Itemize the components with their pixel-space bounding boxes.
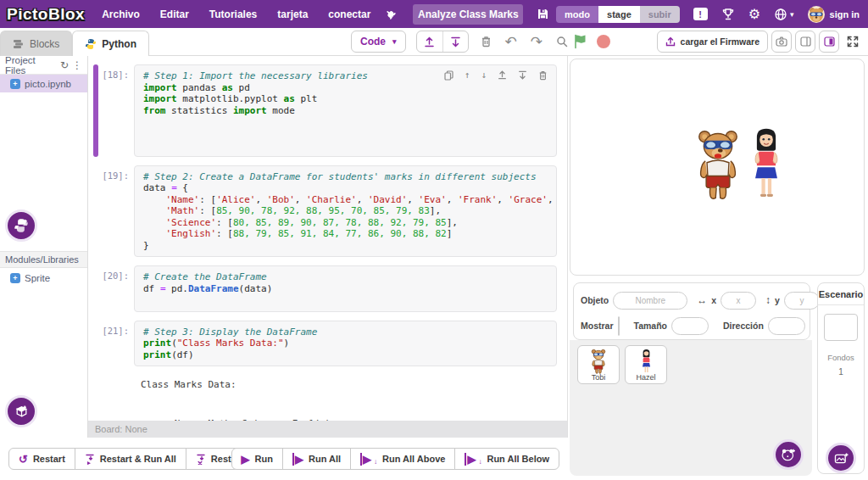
x-position-input[interactable] [721, 292, 756, 310]
mode-stage-button[interactable]: stage [598, 6, 640, 23]
kebab-menu-icon[interactable]: ⋮ [70, 59, 84, 71]
stage-sprite-hazel[interactable] [750, 126, 782, 201]
menu-conectar[interactable]: conectar [328, 8, 370, 20]
y-label: y [775, 295, 780, 305]
save-icon[interactable] [537, 8, 549, 20]
insert-cell-above-icon[interactable] [498, 70, 507, 80]
cell-actions-toolbar: ↑ ↓ [444, 70, 548, 81]
x-label: x [711, 295, 716, 305]
size-input[interactable] [671, 317, 709, 335]
pictoblox-logo[interactable]: PictoBlox [7, 5, 85, 24]
fondos-count: 1 [818, 367, 864, 377]
code-line: # Create the DataFrame [143, 271, 548, 283]
file-item-picto-ipynb[interactable]: + picto.ipynb [0, 75, 87, 92]
code-line: # Step 2: Create a DataFrame for student… [143, 171, 548, 183]
green-flag-icon[interactable] [573, 34, 588, 49]
restart-button[interactable]: ↺ Restart [8, 448, 75, 470]
search-icon[interactable] [554, 36, 570, 47]
cell-code-editor[interactable]: # Create the DataFramedf = pd.DataFrame(… [134, 265, 557, 312]
tab-python[interactable]: Python [72, 31, 149, 56]
run-all-above-button[interactable]: ▶↓ Run All Above [350, 448, 455, 470]
tab-blocks[interactable]: Blocks [0, 31, 72, 56]
add-module-button[interactable] [5, 395, 37, 427]
notebook-cell[interactable]: [18]:# Step 1: Import the necessary libr… [95, 64, 557, 157]
project-name-field[interactable]: Analyze Class Marks [413, 4, 523, 25]
stop-button[interactable] [597, 35, 610, 48]
add-python-file-button[interactable] [5, 209, 37, 242]
run-all-below-icon: ▶ [465, 453, 476, 466]
move-cell-up-icon[interactable]: ↑ [465, 70, 470, 81]
visibility-toggle [618, 316, 620, 336]
add-backdrop-button[interactable] [826, 443, 856, 473]
notebook-cell[interactable]: [20]:# Create the DataFramedf = pd.DataF… [95, 265, 557, 312]
notebook-cell[interactable]: [19]:# Step 2: Create a DataFrame for st… [95, 165, 557, 258]
user-avatar[interactable] [808, 6, 825, 23]
settings-gear-icon[interactable]: ⚙ [748, 6, 760, 22]
restart-run-all-button[interactable]: Restart & Run All [75, 448, 186, 470]
sprite-card-tobi[interactable]: Tobi [577, 345, 620, 384]
stage-canvas[interactable] [570, 59, 865, 276]
camera-icon[interactable] [771, 31, 792, 53]
y-position-input[interactable] [784, 292, 820, 310]
mode-upload-button[interactable]: subir [640, 6, 680, 23]
notebook-cell[interactable]: [21]:# Step 3: Display the DataFrameprin… [95, 321, 557, 367]
show-eye-icon[interactable] [619, 317, 620, 335]
code-line: 'Name': ['Alice', 'Bob', 'Charlie', 'Dav… [143, 194, 548, 206]
panel-layout-icon[interactable] [795, 31, 815, 53]
stage-sprite-tobi[interactable] [694, 128, 742, 203]
notebook-file-icon: + [10, 79, 20, 89]
add-sprite-button[interactable] [773, 439, 804, 470]
upload-code-icon[interactable] [417, 31, 442, 52]
run-icon: ▶ [242, 453, 250, 466]
feedback-icon[interactable]: ! [693, 8, 708, 20]
modules-libraries-header: Modules/Libraries [0, 251, 87, 268]
file-sidebar: Project Files ↻ ⋮ + picto.ipynb Modules/… [0, 56, 88, 438]
sign-in-button[interactable]: sign in [830, 9, 860, 20]
globe-caret-icon[interactable]: ▾ [790, 10, 794, 19]
code-line: # Step 3: Display the DataFrame [143, 327, 548, 338]
connect-plug-icon[interactable] [384, 8, 398, 21]
menu-editar[interactable]: Editar [160, 8, 189, 20]
code-line: } [143, 240, 548, 252]
download-code-icon[interactable] [442, 31, 468, 52]
module-item-sprite[interactable]: + Sprite [0, 269, 87, 287]
sprite-card-hazel[interactable]: Hazel [625, 345, 667, 384]
language-globe-icon[interactable] [774, 8, 787, 21]
split-layout-icon[interactable] [819, 31, 839, 53]
tobi-thumbnail [590, 349, 607, 375]
run-all-icon: ▶ [292, 453, 303, 466]
run-button[interactable]: ▶ Run [231, 448, 283, 470]
code-mode-dropdown[interactable]: Code ▾ [351, 31, 406, 53]
cell-code-editor[interactable]: # Step 3: Display the DataFrameprint("Cl… [134, 321, 557, 367]
code-line: 'Math': [85, 90, 78, 92, 88, 95, 70, 85,… [143, 205, 548, 217]
menu-tutoriales[interactable]: Tutoriales [209, 8, 257, 20]
menu-archivo[interactable]: Archivo [102, 8, 140, 20]
run-all-button[interactable]: ▶ Run All [282, 448, 351, 470]
cell-code-editor[interactable]: # Step 2: Create a DataFrame for student… [134, 165, 557, 258]
refresh-icon[interactable]: ↻ [58, 59, 70, 71]
insert-cell-below-icon[interactable] [518, 70, 527, 80]
copy-cell-icon[interactable] [444, 70, 453, 81]
cell-code-editor[interactable]: # Step 1: Import the necessary libraries… [134, 64, 557, 157]
move-cell-down-icon[interactable]: ↓ [481, 70, 487, 81]
menu-tarjeta[interactable]: tarjeta [277, 8, 308, 20]
upload-firmware-button[interactable]: cargar el Firmware [657, 31, 768, 53]
x-axis-icon: ↔ [697, 294, 707, 306]
restart-clear-output-icon [196, 454, 206, 465]
code-transfer-group [416, 31, 469, 53]
undo-icon[interactable]: ↶ [504, 33, 519, 51]
delete-cell-icon[interactable] [538, 70, 548, 81]
backdrop-thumbnail[interactable] [824, 314, 858, 341]
run-all-below-button[interactable]: ▶↓ Run All Below [454, 448, 559, 470]
editor-tabs: Blocks Python [0, 31, 149, 56]
notebook-cells: [18]:# Step 1: Import the necessary libr… [88, 56, 567, 421]
fullscreen-icon[interactable] [843, 31, 863, 53]
code-line: print(df) [143, 349, 548, 361]
delete-icon[interactable] [479, 36, 493, 47]
redo-icon[interactable]: ↷ [529, 33, 544, 51]
notebook-panel: [18]:# Step 1: Import the necessary libr… [88, 56, 568, 438]
run-button-group: ▶ Run ▶ Run All ▶↓ Run All Above ▶↓ Run … [231, 448, 559, 470]
trophy-icon[interactable] [721, 8, 735, 21]
sprite-name-input[interactable] [613, 292, 687, 310]
direction-input[interactable] [768, 317, 805, 335]
